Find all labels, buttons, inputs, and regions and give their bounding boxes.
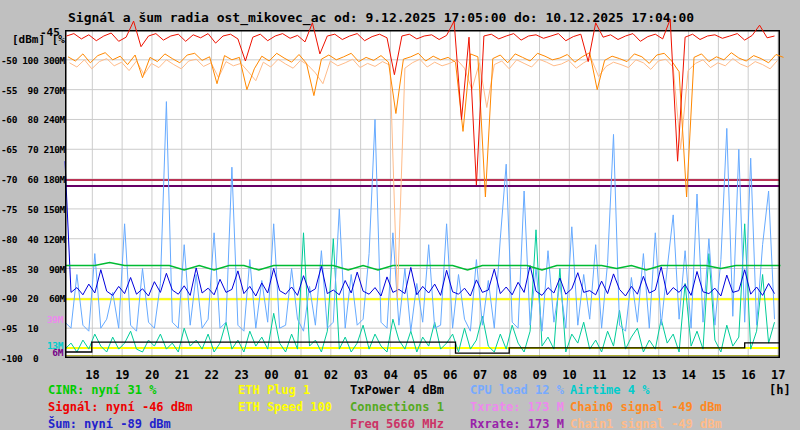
legend-item: Airtime 4 %	[570, 383, 649, 397]
legend-item: Šum: nyní -89 dBm	[48, 417, 171, 430]
x-axis-hour-label: 03	[354, 368, 368, 382]
legend-item: TxPower 4 dBm	[350, 383, 444, 397]
legend-item: CPU load 12 %	[470, 383, 564, 397]
x-axis-hour-label: 23	[234, 368, 248, 382]
y-axis-top-label: -45	[40, 26, 60, 39]
x-axis-hour-label: 05	[413, 368, 427, 382]
legend-item: Txrate: 173 M	[470, 400, 564, 414]
y-axis-row: -55 90 270M	[1, 85, 65, 96]
y-axis-row: -90 20 60M	[1, 293, 65, 304]
x-axis-hour-label: 06	[443, 368, 457, 382]
legend-item: ETH Plug 1	[238, 383, 310, 397]
x-axis-hour-label: 12	[622, 368, 636, 382]
x-axis-hour-label: 15	[711, 368, 725, 382]
legend-item: CINR: nyní 31 %	[48, 383, 156, 397]
page-title: Signál a šum radia ost_mikovec_ac od: 9.…	[68, 10, 694, 25]
x-axis-hour-label: 20	[145, 368, 159, 382]
x-axis-hour-label: 11	[592, 368, 606, 382]
x-axis-hour-label: 07	[473, 368, 487, 382]
legend-item: Freq 5660 MHz	[350, 417, 444, 430]
x-axis-hour-label: 01	[294, 368, 308, 382]
legend-item: Rxrate: 173 M	[470, 417, 564, 430]
y-axis-row: -60 80 240M	[1, 114, 65, 125]
y-axis-row: -75 50 150M	[1, 204, 65, 215]
legend-item: Chain1 signal -49 dBm	[570, 417, 722, 430]
x-axis-hour-label: 09	[533, 368, 547, 382]
y-axis-row: -50 100 300M	[1, 55, 65, 66]
x-axis-hour-label: 02	[324, 368, 338, 382]
x-axis-hour-label: 21	[175, 368, 189, 382]
x-axis-hour-label: 08	[503, 368, 517, 382]
legend-item: Connections 1	[350, 400, 444, 414]
legend-item: Signál: nyní -46 dBm	[48, 400, 193, 414]
y-axis-row: -65 70 210M	[1, 144, 65, 155]
legend-item: ETH Speed 100	[238, 400, 332, 414]
x-axis-hour-label: 00	[264, 368, 278, 382]
x-axis-hour-label: 14	[682, 368, 696, 382]
x-axis-hour-label: 18	[85, 368, 99, 382]
x-axis-hour-label: 17	[771, 368, 785, 382]
x-axis-hour-label: 13	[652, 368, 666, 382]
rate-label-6m: 6M	[0, 347, 63, 358]
x-axis-hour-label: 04	[383, 368, 397, 382]
x-axis-hour-label: 16	[741, 368, 755, 382]
signal-noise-chart	[65, 30, 780, 358]
x-axis-hour-label: 22	[205, 368, 219, 382]
legend-item: Chain0 signal -49 dBm	[570, 400, 722, 414]
x-axis-unit-label: [h]	[769, 383, 791, 397]
monitoring-graph-page: Signál a šum radia ost_mikovec_ac od: 9.…	[0, 0, 800, 430]
y-axis-row: -85 30 90M	[1, 264, 65, 275]
y-axis-row: -70 60 180M	[1, 174, 65, 185]
y-axis-row: -80 40 120M	[1, 234, 65, 245]
rate-label-39m: 39M	[0, 314, 63, 325]
x-axis-hour-label: 10	[562, 368, 576, 382]
x-axis-hour-label: 19	[115, 368, 129, 382]
